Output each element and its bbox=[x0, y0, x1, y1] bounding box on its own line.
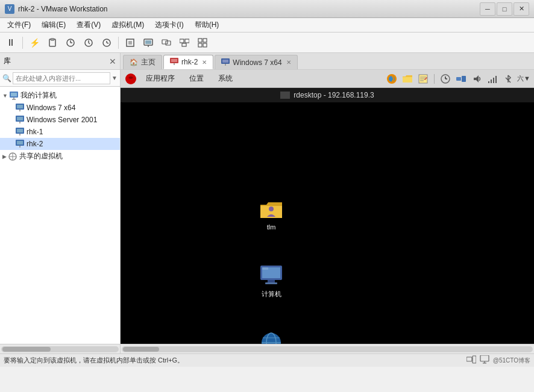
svg-rect-67 bbox=[495, 76, 497, 83]
computer-desktop-icon bbox=[259, 264, 283, 288]
maximize-button[interactable]: □ bbox=[497, 2, 512, 16]
minimize-button[interactable]: ─ bbox=[480, 2, 495, 16]
sidebar-item-win7[interactable]: ▶ Windows 7 x64 bbox=[0, 102, 120, 114]
sidebar-item-winserver[interactable]: ▶ Windows Server 2001 bbox=[0, 114, 120, 126]
toolbar-fullscreen-button[interactable] bbox=[122, 35, 139, 51]
status-bar: 要将输入定向到该虚拟机，请在虚拟机内部单击或按 Ctrl+G。 @51CTO博客 bbox=[0, 353, 534, 367]
rd-desktop[interactable]: tlm 计算机 bbox=[121, 102, 534, 344]
desktop-icon-label: tlm bbox=[267, 223, 276, 231]
collapse-icon[interactable]: ▶ bbox=[2, 154, 7, 160]
menu-help[interactable]: 帮助(H) bbox=[190, 19, 224, 31]
sidebar-item-label: rhk-2 bbox=[27, 140, 43, 148]
sidebar-item-rhk1[interactable]: ▶ rhk-1 bbox=[0, 126, 120, 138]
vm-icon bbox=[15, 139, 25, 149]
toolbar-separator-2 bbox=[118, 37, 119, 49]
svg-rect-45 bbox=[171, 59, 177, 62]
home-icon: 🏠 bbox=[130, 58, 138, 66]
sidebar-scrollbar[interactable] bbox=[0, 344, 120, 353]
computer-group-icon bbox=[9, 91, 19, 101]
tab-home[interactable]: 🏠 主页 bbox=[123, 55, 162, 69]
main-toolbar: ⏸ ⚡ bbox=[0, 33, 534, 53]
toolbar-monitor3-button[interactable] bbox=[176, 35, 193, 51]
clock-icon[interactable] bbox=[439, 72, 452, 86]
pause-button[interactable]: ⏸ bbox=[2, 35, 19, 51]
vm-menu-system[interactable]: 系统 bbox=[212, 72, 239, 85]
shared-icon bbox=[8, 152, 17, 161]
remote-desktop-area[interactable]: rdesktop - 192.168.119.3 tlm bbox=[121, 88, 534, 344]
vm-menu-applications[interactable]: 应用程序 bbox=[140, 72, 181, 85]
svg-rect-26 bbox=[11, 93, 17, 96]
tab-label: 主页 bbox=[141, 57, 155, 67]
sidebar-item-shared[interactable]: ▶ 共享的虚拟机 bbox=[0, 150, 120, 163]
toolbar-time3-button[interactable] bbox=[98, 35, 115, 51]
menu-tab[interactable]: 选项卡(I) bbox=[150, 19, 188, 31]
vm-menu-location[interactable]: 位置 bbox=[183, 72, 210, 85]
bottom-scrollbar[interactable] bbox=[121, 344, 534, 353]
search-dropdown-arrow[interactable]: ▼ bbox=[112, 75, 118, 81]
search-input[interactable] bbox=[13, 72, 110, 84]
sidebar-item-label: Windows 7 x64 bbox=[27, 104, 75, 112]
menu-file[interactable]: 文件(F) bbox=[2, 19, 36, 31]
menu-edit[interactable]: 编辑(E) bbox=[37, 19, 71, 31]
vm-icon bbox=[15, 103, 25, 113]
folder-desktop-icon bbox=[259, 198, 283, 222]
svg-rect-65 bbox=[491, 79, 492, 83]
vm-icon bbox=[15, 127, 25, 137]
svg-rect-23 bbox=[198, 43, 202, 47]
desktop-icon-computer[interactable]: 计算机 bbox=[252, 262, 291, 301]
sidebar-item-rhk2[interactable]: ▶ rhk-2 bbox=[0, 138, 120, 150]
sidebar-tree: ▼ 我的计算机 ▶ bbox=[0, 87, 120, 344]
rd-icon bbox=[280, 92, 290, 99]
sidebar: 库 ✕ 🔍 ▼ ▼ 我的计算机 bbox=[0, 53, 121, 353]
volume-icon[interactable] bbox=[470, 72, 483, 86]
desktop-icon-tlm[interactable]: tlm bbox=[252, 196, 291, 233]
svg-rect-19 bbox=[185, 39, 189, 43]
vm-tab-icon2 bbox=[221, 58, 230, 67]
tab-rhk2[interactable]: rhk-2 ✕ bbox=[163, 55, 213, 69]
editor-icon[interactable] bbox=[416, 72, 430, 86]
svg-rect-12 bbox=[128, 41, 132, 45]
menu-vm[interactable]: 虚拟机(M) bbox=[107, 19, 149, 31]
close-button[interactable]: ✕ bbox=[514, 2, 529, 16]
sidebar-item-label: 共享的虚拟机 bbox=[19, 151, 63, 161]
toolbar-grid-button[interactable] bbox=[194, 35, 211, 51]
collapse-icon[interactable]: ▼ bbox=[2, 93, 8, 99]
svg-rect-16 bbox=[162, 40, 168, 44]
toolbar-monitor2-button[interactable] bbox=[158, 35, 175, 51]
toolbar-separator-1 bbox=[22, 37, 23, 49]
bluetooth-icon[interactable] bbox=[501, 72, 515, 86]
folder-icon[interactable] bbox=[401, 72, 414, 86]
sidebar-item-label: rhk-1 bbox=[27, 128, 43, 136]
toolbar-clipboard-button[interactable] bbox=[44, 35, 61, 51]
network-status-icon[interactable] bbox=[454, 72, 468, 86]
toolbar-power-button[interactable]: ⚡ bbox=[26, 35, 43, 51]
sidebar-item-label: Windows Server 2001 bbox=[27, 116, 97, 124]
toolbar-monitor1-button[interactable] bbox=[140, 35, 157, 51]
sidebar-item-label: 我的计算机 bbox=[20, 90, 57, 101]
svg-rect-73 bbox=[262, 267, 268, 270]
vm-tab-icon bbox=[170, 58, 178, 66]
tab-close-button[interactable]: ✕ bbox=[202, 59, 207, 66]
svg-rect-33 bbox=[17, 117, 23, 120]
tab-label: rhk-2 bbox=[181, 58, 198, 66]
tab-close-button-win7[interactable]: ✕ bbox=[286, 59, 291, 66]
svg-rect-21 bbox=[198, 39, 202, 42]
sidebar-header: 库 ✕ bbox=[0, 53, 120, 70]
desktop-icon-network[interactable]: 网络 bbox=[252, 328, 291, 344]
sidebar-close-button[interactable]: ✕ bbox=[109, 57, 116, 66]
tabs-container: 🏠 主页 rhk-2 ✕ bbox=[121, 53, 534, 353]
vm-icon bbox=[15, 115, 25, 125]
firefox-icon[interactable] bbox=[385, 72, 398, 86]
menu-view[interactable]: 查看(V) bbox=[72, 19, 105, 31]
toolbar-time2-button[interactable] bbox=[80, 35, 97, 51]
desktop-icon-label: 计算机 bbox=[262, 290, 281, 299]
tabs-bar: 🏠 主页 rhk-2 ✕ bbox=[121, 53, 534, 70]
svg-rect-66 bbox=[493, 78, 494, 83]
more-icon[interactable]: 六▼ bbox=[517, 72, 530, 86]
tab-win7[interactable]: Windows 7 x64 ✕ bbox=[215, 55, 297, 69]
signal-icon[interactable] bbox=[486, 72, 499, 86]
toolbar-time1-button[interactable] bbox=[62, 35, 79, 51]
sidebar-item-my-computer[interactable]: ▼ 我的计算机 bbox=[0, 89, 120, 102]
sidebar-title: 库 bbox=[4, 56, 11, 66]
app-icon: V bbox=[5, 4, 14, 14]
